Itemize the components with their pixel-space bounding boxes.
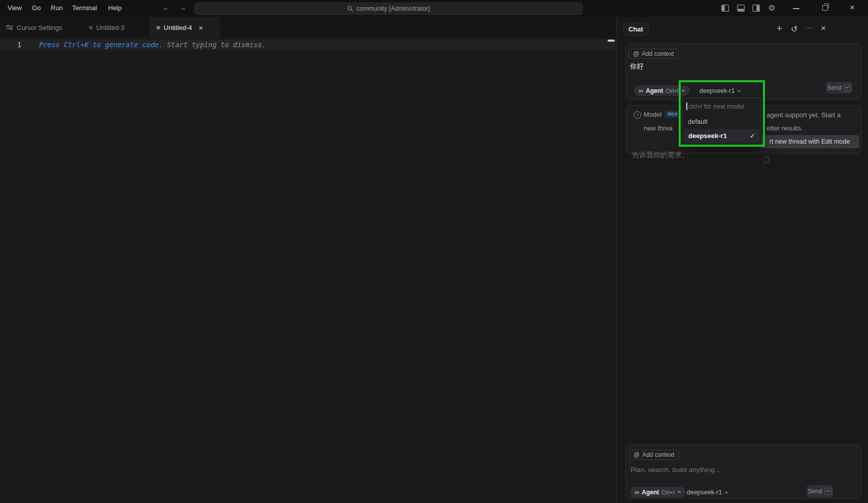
text-cursor xyxy=(686,103,687,110)
tab-label: Untitled-4 xyxy=(164,24,192,31)
agent-label: Agent xyxy=(646,87,663,94)
model-option-label: deepseek-r1 xyxy=(688,132,727,140)
return-key-icon: ↵ xyxy=(824,488,831,495)
notice-text-line2-left: new threa xyxy=(644,124,673,132)
chat-panel-title[interactable]: Chat xyxy=(623,23,649,36)
assistant-status-text: 告诉我你的需求。 xyxy=(632,151,689,160)
menu-go[interactable]: Go xyxy=(32,4,41,12)
send-label: Send xyxy=(827,84,841,91)
chat-composer: @ Add context 你好 ∞ Agent Ctrl+I deepseek… xyxy=(625,43,862,100)
menu-help[interactable]: Help xyxy=(108,4,122,12)
model-selector[interactable]: deepseek-r1 xyxy=(699,87,741,94)
code-editor[interactable]: 1 Press Ctrl+K to generate code. Start t… xyxy=(0,38,616,503)
at-icon: @ xyxy=(633,451,640,458)
agent-mode-selector[interactable]: ∞ Agent Ctrl+I xyxy=(630,487,686,497)
info-icon: i xyxy=(633,111,641,119)
notice-model-label: Model xyxy=(644,111,661,118)
agent-shortcut: Ctrl+I xyxy=(661,489,674,495)
infinity-icon: ∞ xyxy=(639,87,643,94)
add-context-label: Add context xyxy=(642,451,674,458)
file-icon: ≡ xyxy=(89,24,93,31)
tune-icon xyxy=(6,24,13,30)
model-name: deepseek-r1 xyxy=(687,489,722,496)
menu-run[interactable]: Run xyxy=(51,4,63,12)
model-name: deepseek-r1 xyxy=(699,87,735,94)
tab-cursor-settings[interactable]: Cursor Settings xyxy=(0,17,83,38)
toggle-panel-icon[interactable] xyxy=(737,5,745,12)
chevron-up-icon xyxy=(724,491,728,494)
agent-mode-selector[interactable]: ∞ Agent Ctrl+I xyxy=(634,85,690,96)
new-chat-icon[interactable]: + xyxy=(777,23,782,34)
chevron-down-icon xyxy=(737,90,741,92)
composer-input[interactable]: Plan, search, build anything... xyxy=(630,466,720,474)
restore-window-icon[interactable] xyxy=(822,5,828,11)
ghost-text-line: Press Ctrl+K to generate code. Start typ… xyxy=(39,41,266,49)
model-dropdown: ctrl+/ for next model default deepseek-r… xyxy=(682,97,761,145)
notice-text-line2-right: etter results. xyxy=(766,124,803,132)
menu-terminal[interactable]: Terminal xyxy=(72,4,97,12)
tab-untitled-4[interactable]: ≡ Untitled-4 × xyxy=(150,17,220,38)
agent-shortcut: Ctrl+I xyxy=(665,88,678,94)
chevron-down-icon xyxy=(681,89,685,92)
bottom-composer: @ Add context Plan, search, build anythi… xyxy=(625,444,862,499)
model-name-badge: dee xyxy=(665,110,680,118)
search-value: community [Administrator] xyxy=(356,5,429,12)
close-window-icon[interactable]: × xyxy=(850,3,855,13)
file-icon: ≡ xyxy=(156,24,160,31)
line-number: 1 xyxy=(11,41,21,49)
check-icon: ✓ xyxy=(750,132,755,140)
settings-gear-icon[interactable]: ⚙ xyxy=(768,3,775,13)
chat-close-icon[interactable]: × xyxy=(821,23,826,33)
add-context-button[interactable]: @ Add context xyxy=(629,450,679,460)
app-window: View Go Run Terminal Help ← → community … xyxy=(0,0,868,503)
start-new-thread-button[interactable]: rt new thread with Edit mode xyxy=(760,135,859,148)
forward-arrow-icon[interactable]: → xyxy=(179,3,186,12)
model-search-input[interactable]: ctrl+/ for next model xyxy=(688,103,744,110)
tab-label: Cursor Settings xyxy=(17,24,62,31)
send-button[interactable]: Send ↵ xyxy=(807,485,833,497)
title-bar: View Go Run Terminal Help ← → community … xyxy=(0,0,868,17)
command-center-search[interactable]: community [Administrator] xyxy=(194,3,583,15)
toggle-right-sidebar-icon[interactable] xyxy=(752,5,760,12)
minimize-icon[interactable] xyxy=(793,8,799,9)
tab-close-icon[interactable]: × xyxy=(198,23,203,32)
add-context-button[interactable]: @ Add context xyxy=(628,49,679,59)
search-icon xyxy=(347,6,353,12)
model-selector[interactable]: deepseek-r1 xyxy=(687,489,728,496)
editor-tab-bar: Cursor Settings ≡ Untitled-3 ≡ Untitled-… xyxy=(0,17,616,38)
send-button[interactable]: Send ↵ xyxy=(826,82,852,93)
copy-icon[interactable] xyxy=(763,157,769,163)
model-option-deepseek-r1[interactable]: deepseek-r1 ✓ xyxy=(684,129,760,144)
chevron-up-icon xyxy=(677,491,681,493)
agent-label: Agent xyxy=(642,489,659,496)
menu-view[interactable]: View xyxy=(8,4,22,12)
ghost-text-primary: Press Ctrl+K to generate code. xyxy=(39,41,163,49)
send-label: Send xyxy=(808,488,822,495)
message-more-icon[interactable]: ··· xyxy=(777,155,785,162)
chat-more-icon[interactable]: ··· xyxy=(805,24,813,31)
tab-untitled-3[interactable]: ≡ Untitled-3 xyxy=(83,17,150,38)
back-arrow-icon[interactable]: ← xyxy=(162,3,170,12)
toggle-left-sidebar-icon[interactable] xyxy=(721,5,729,12)
scrollbar-thumb[interactable] xyxy=(608,40,615,42)
return-key-icon: ↵ xyxy=(844,84,851,91)
tab-label: Untitled-3 xyxy=(96,24,125,31)
model-option-default[interactable]: default xyxy=(688,118,708,125)
ghost-text-secondary: Start typing to dismiss. xyxy=(163,41,266,49)
add-context-label: Add context xyxy=(642,50,674,57)
at-icon: @ xyxy=(633,50,639,57)
history-icon[interactable]: ↺ xyxy=(791,24,797,34)
composer-message-text[interactable]: 你好 xyxy=(630,62,644,71)
infinity-icon: ∞ xyxy=(635,489,639,495)
notice-text-line1: agent support yet. Start a xyxy=(766,111,841,119)
